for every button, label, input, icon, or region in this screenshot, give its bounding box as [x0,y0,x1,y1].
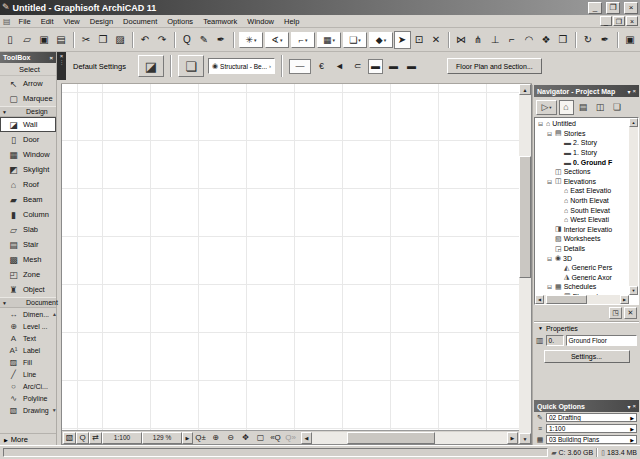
quick-option-layer-combination[interactable]: 02 Drafting ▶ [546,413,637,422]
scroll-down-arrow-icon[interactable]: ▼ [629,286,638,295]
print-button[interactable]: ▤ [53,31,70,49]
tree-scroll-thumb[interactable] [546,295,588,304]
quick-option-pen-set[interactable]: 03 Building Plans ▶ [546,435,637,444]
vertical-scroll-thumb[interactable] [519,156,531,278]
adjust-button[interactable]: ⊥ [487,31,504,49]
menu-document[interactable]: Document [118,16,162,27]
reference-line-button[interactable]: € [314,59,329,74]
tool-line[interactable]: ╱ Line [0,368,56,380]
pan-button[interactable]: ✥ [238,432,253,444]
layer-combo[interactable]: ◉ Structural - Be... › [208,58,275,74]
toolbox-section-select[interactable]: Select [0,63,56,76]
previous-zoom-button[interactable]: «Q [268,432,283,444]
settings-button[interactable]: Settings... [544,350,630,363]
tree-item-untitled[interactable]: ⊟ ⌂ Untitled [535,119,629,129]
wall-options-combo[interactable]: ⌐▾ [291,32,315,48]
tree-item-sections[interactable]: ◫ Sections [535,167,629,177]
scroll-arrow-icon[interactable]: ▼ [52,407,57,413]
wall-reference-left[interactable]: ▬ [368,59,383,74]
scroll-left-arrow-icon[interactable]: ◀ [535,295,544,304]
vertical-scroll-track[interactable] [519,95,531,433]
tool-stair[interactable]: ▤ Stair [0,237,56,252]
horizontal-scroll-thumb[interactable] [347,432,435,444]
tree-item-south-elevation[interactable]: ⌂ South Elevat [535,205,629,215]
tree-item-3d[interactable]: ⊟ ◉ 3D [535,253,629,263]
flyout-button[interactable]: ▶ [182,432,193,444]
expander-icon[interactable]: ⊟ [546,283,553,290]
toolbox-close-icon[interactable]: × [49,55,53,61]
split-button[interactable]: ⋔ [470,31,487,49]
tab-layout-book[interactable]: ◫ [593,100,608,115]
delete-button[interactable]: ✕ [428,31,445,49]
tool-arc-circle[interactable]: ○ Arc/Ci... [0,380,56,392]
tool-wall[interactable]: ◪ Wall [0,117,56,132]
drawing-canvas[interactable] [62,84,519,430]
mdi-restore-button[interactable]: ❐ [613,16,625,26]
fillet-button[interactable]: ⌐ [504,31,521,49]
menu-file[interactable]: File [14,16,36,27]
tool-skylight[interactable]: ◩ Skylight [0,162,56,177]
properties-header[interactable]: ▼ Properties [534,322,639,333]
layer-options-combo[interactable]: ❑▾ [343,32,367,48]
toolbox-more[interactable]: ▶ More [0,433,56,445]
tree-item-1-story[interactable]: ▬ 1. Story [535,148,629,158]
line-type-selector[interactable]: — [289,59,311,74]
tree-item-2-story[interactable]: ▬ 2. Story [535,138,629,148]
tab-project-map[interactable]: ⌂ [559,100,574,115]
viewpoint-button[interactable]: ◳ [609,307,622,319]
navigator-menu-caret-icon[interactable]: ▾ [627,88,630,95]
tool-dimension[interactable]: ↔ Dimen... ▲ [0,308,56,320]
cut-button[interactable]: ✂ [78,31,95,49]
reduce-zoom-button[interactable]: ⊖ [223,432,238,444]
project-chooser-button[interactable]: ▷▾ [536,100,557,115]
toolbox-section-document[interactable]: ▼ Document [0,297,56,308]
fit-in-window-button[interactable]: ▢ [253,432,268,444]
tab-publisher[interactable]: ❏ [610,100,625,115]
expander-icon[interactable]: ⊟ [546,130,553,137]
intersect-button[interactable]: ⋈ [453,31,470,49]
vertical-scrollbar[interactable]: ▲ ▼ [519,84,531,444]
arrow-options-combo[interactable]: ✳▾ [239,32,263,48]
tree-item-stories[interactable]: ⊟ ▤ Stories [535,129,629,139]
scroll-up-arrow-icon[interactable]: ▲ [519,84,531,95]
zoom-button[interactable]: Q± [193,432,208,444]
pick-up-parameters-button[interactable]: ✎ [196,31,213,49]
mdi-minimize-button[interactable]: _ [600,16,612,26]
construction-method-curved[interactable]: ⊂ [350,59,365,74]
pen-sets-button[interactable]: ▧ [63,432,76,444]
scroll-right-arrow-icon[interactable]: ▶ [620,295,629,304]
tool-column[interactable]: ▮ Column [0,207,56,222]
floor-plan-and-section-button[interactable]: Floor Plan and Section... [447,58,542,74]
menu-options[interactable]: Options [162,16,198,27]
scroll-down-arrow-icon[interactable]: ▼ [519,433,531,444]
tool-arrow[interactable]: ↖ Arrow [0,76,56,91]
tool-roof[interactable]: ⌂ Roof [0,177,56,192]
tool-level-dimension[interactable]: ⊕ Level ... [0,320,56,332]
trace-reference-button[interactable]: ⇄ [89,432,102,444]
quick-option-scale[interactable]: 1:100 ▶ [546,424,637,433]
story-name-field[interactable]: Ground Floor [566,335,637,346]
copy-button[interactable]: ❐ [95,31,112,49]
tool-slab[interactable]: ▱ Slab [0,222,56,237]
expander-icon[interactable]: ⊟ [546,178,553,185]
tree-item-generic-axonometry[interactable]: ◮ Generic Axor [535,273,629,283]
tool-mesh[interactable]: ▩ Mesh [0,252,56,267]
open-button[interactable]: ▱ [19,31,36,49]
tree-item-west-elevation[interactable]: ⌂ West Elevati [535,215,629,225]
paste-button[interactable]: ▨ [112,31,129,49]
horizontal-scroll-track[interactable] [312,432,507,444]
measure-button[interactable]: ✒ [597,31,614,49]
horizontal-scrollbar[interactable]: ◀ ▶ [301,432,518,444]
menu-view[interactable]: View [59,16,85,27]
tool-marquee[interactable]: ▢ Marquee [0,91,56,106]
minimize-button[interactable]: _ [588,2,602,14]
fill-options-combo[interactable]: ▦▾ [317,32,341,48]
restore-button[interactable]: ❐ [606,2,620,14]
tree-vertical-scrollbar[interactable]: ▲ ▼ [629,118,638,295]
increase-zoom-button[interactable]: ⊕ [208,432,223,444]
tool-polyline[interactable]: ∿ Polyline [0,392,56,404]
drag-grip-icon[interactable]: ⋮ [59,60,65,64]
zoom-level-button[interactable]: 129 % [142,432,182,444]
chamfer-button[interactable]: ◠ [521,31,538,49]
quick-options-close-icon[interactable]: × [632,403,636,409]
